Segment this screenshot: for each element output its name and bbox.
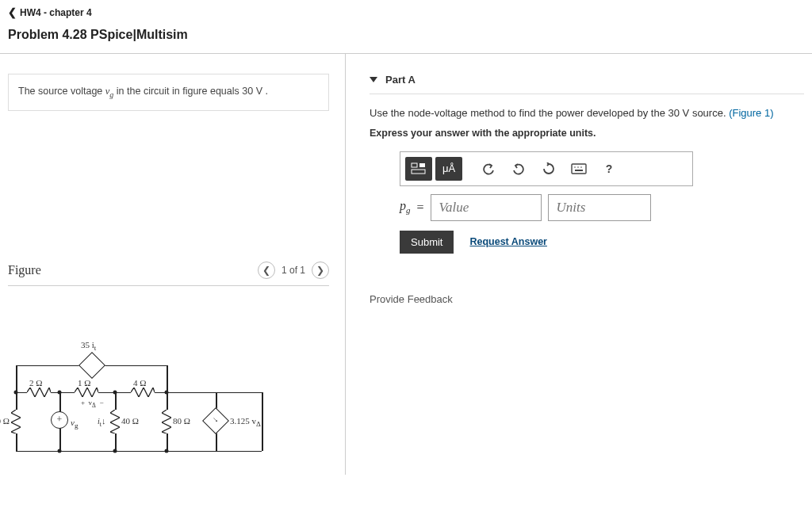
instruction-text: Use the node-voltage method to find the … [370, 107, 726, 119]
back-label: HW4 - chapter 4 [20, 7, 92, 18]
express-units-text: Express your answer with the appropriate… [370, 128, 804, 139]
pager-next-button[interactable]: ❯ [312, 262, 329, 279]
units-input[interactable] [548, 194, 651, 221]
resistor-r6 [162, 410, 171, 433]
r1-label: 2 Ω [29, 378, 42, 388]
vg-label: vg [71, 418, 78, 430]
r2-label: 1 Ω [78, 378, 90, 388]
answer-toolbar: μÅ ? [400, 151, 693, 186]
answer-row: pg = [400, 194, 804, 221]
dependent-source-icon [79, 352, 105, 379]
figure-link[interactable]: (Figure 1) [729, 107, 773, 119]
undo-icon [482, 162, 495, 175]
part-label: Part A [385, 74, 416, 86]
resistor-r3 [131, 388, 155, 397]
svg-rect-0 [412, 163, 417, 167]
voltage-source-icon: + [51, 411, 68, 429]
templates-button[interactable] [405, 157, 432, 181]
value-input[interactable] [431, 194, 542, 221]
help-label: ? [606, 162, 613, 175]
reset-button[interactable] [535, 157, 562, 181]
keyboard-button[interactable] [565, 157, 592, 181]
svg-rect-2 [412, 170, 425, 174]
units-button[interactable]: μÅ [435, 157, 462, 181]
r6-label: 80 Ω [173, 416, 190, 426]
eq-variable: pg [400, 199, 411, 215]
provide-feedback-link[interactable]: Provide Feedback [370, 293, 804, 305]
chevron-left-icon: ❮ [8, 6, 17, 18]
submit-button[interactable]: Submit [400, 231, 454, 254]
collapse-icon [370, 77, 377, 82]
undo-button[interactable] [475, 157, 502, 181]
redo-button[interactable] [505, 157, 532, 181]
part-header[interactable]: Part A [370, 74, 804, 94]
pager-prev-button[interactable]: ❮ [258, 262, 275, 279]
part-instruction: Use the node-voltage method to find the … [370, 105, 804, 121]
request-answer-link[interactable]: Request Answer [469, 236, 546, 247]
resistor-r1 [27, 388, 51, 397]
statement-prefix: The source voltage [18, 86, 105, 97]
isrc-label: 3.125 vΔ [230, 416, 261, 428]
redo-icon [512, 162, 525, 175]
vdelta-label: + vΔ − [81, 399, 103, 409]
svg-rect-7 [575, 170, 583, 171]
r3-label: 4 Ω [133, 378, 146, 388]
back-link[interactable]: ❮ HW4 - chapter 4 [8, 6, 92, 18]
right-column: Part A Use the node-voltage method to fi… [345, 54, 812, 475]
svg-point-6 [580, 166, 582, 168]
problem-statement: The source voltage vg in the circuit in … [8, 74, 329, 111]
svg-point-5 [577, 166, 579, 168]
svg-rect-1 [419, 163, 425, 167]
help-button[interactable]: ? [596, 157, 622, 181]
keyboard-icon [571, 163, 587, 174]
resistor-r4 [11, 410, 21, 433]
fraction-icon [411, 162, 427, 175]
statement-suffix: in the circuit in figure equals 30 V . [113, 86, 268, 97]
units-btn-label: μÅ [442, 162, 455, 174]
figure-heading: Figure [8, 263, 41, 277]
svg-point-4 [574, 166, 576, 168]
pager-text: 1 of 1 [282, 265, 305, 276]
resistor-r2 [75, 388, 98, 397]
svg-rect-3 [572, 164, 586, 174]
circuit-figure: 35 it 2 Ω 1 Ω 4 Ω + vΔ − 20 [8, 332, 270, 459]
refresh-icon [542, 162, 555, 175]
figure-pager: ❮ 1 of 1 ❯ [258, 262, 329, 279]
r4-label: 20 Ω [0, 416, 10, 426]
left-column: The source voltage vg in the circuit in … [0, 54, 345, 475]
r5-label: 40 Ω [121, 416, 139, 426]
resistor-r5 [110, 410, 120, 433]
eq-equals: = [417, 200, 424, 215]
problem-title: Problem 4.28 PSpice|Multisim [8, 28, 804, 42]
it-label: it↓ [98, 416, 106, 428]
dep-src-label: 35 it [81, 340, 96, 352]
